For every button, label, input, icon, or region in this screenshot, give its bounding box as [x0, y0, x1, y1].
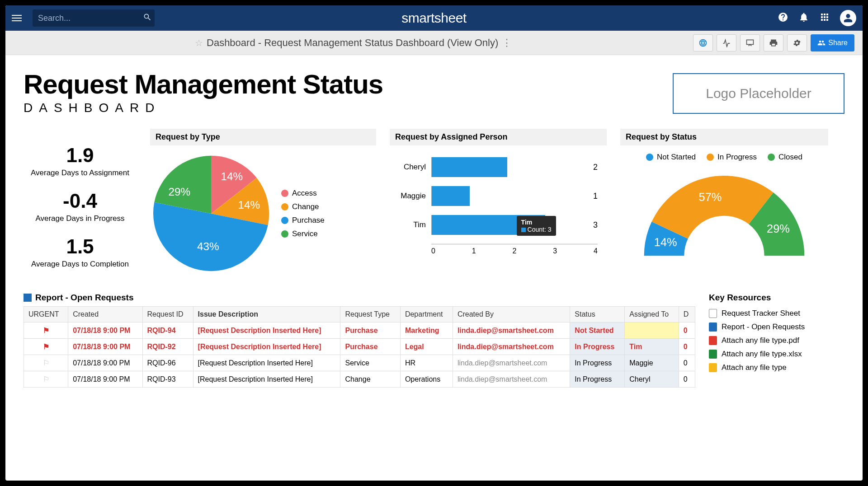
globe-button[interactable] — [693, 34, 713, 51]
table-header[interactable]: URGENT — [24, 307, 68, 322]
report-table: URGENTCreatedRequest IDIssue Description… — [24, 306, 695, 388]
brand-logo: smartsheet — [401, 10, 466, 26]
bar-row: Cheryl2 — [390, 157, 598, 177]
table-row[interactable]: ⚐ 07/18/18 9:00 PMRQID-96[Request Descri… — [24, 355, 695, 371]
svg-text:14%: 14% — [238, 199, 260, 211]
chart-title: Request by Type — [150, 129, 376, 145]
breadcrumb: ☆ Dashboard - Request Management Status … — [195, 37, 512, 49]
chart-title: Request by Status — [620, 129, 828, 145]
toolbar: ☆ Dashboard - Request Management Status … — [5, 31, 863, 55]
share-label: Share — [828, 39, 848, 47]
svg-text:29%: 29% — [168, 186, 190, 198]
page-subtitle: DASHBOARD — [24, 101, 383, 115]
key-resources: Key Resources Request Tracker SheetRepor… — [709, 293, 844, 388]
flag-icon: ⚐ — [43, 375, 49, 383]
resource-item[interactable]: Attach any file type — [709, 363, 844, 372]
search-box[interactable] — [33, 9, 155, 27]
apps-icon[interactable] — [819, 12, 830, 24]
kpi-label: Average Days to Completion — [24, 260, 137, 269]
star-icon[interactable]: ☆ — [195, 37, 203, 48]
table-header[interactable]: Issue Description — [193, 307, 340, 322]
kpi-label: Average Days to Assignment — [24, 168, 137, 178]
file-icon — [709, 336, 717, 345]
svg-text:43%: 43% — [197, 240, 219, 252]
kpi-column: 1.9Average Days to Assignment -0.4Averag… — [24, 129, 137, 275]
svg-text:29%: 29% — [767, 222, 790, 235]
bar-row: Maggie1 — [390, 186, 598, 206]
table-header[interactable]: Request ID — [142, 307, 193, 322]
svg-text:14%: 14% — [654, 236, 677, 248]
chart-request-by-person: Request by Assigned Person Cheryl2Maggie… — [390, 129, 607, 275]
semi-donut-chart: 14%57%29% — [638, 169, 810, 268]
avatar[interactable] — [840, 10, 856, 26]
page-title: Request Management Status — [24, 69, 383, 100]
report-open-requests: Report - Open Requests URGENTCreatedRequ… — [24, 293, 695, 388]
x-axis: 01234 — [431, 244, 598, 255]
bar-row: TimTimCount: 33 — [390, 215, 598, 235]
table-header[interactable]: Status — [570, 307, 625, 322]
flag-icon: ⚑ — [43, 327, 49, 334]
table-row[interactable]: ⚑ 07/18/18 9:00 PMRQID-92[Request Descri… — [24, 339, 695, 355]
kpi-label: Average Days in Progress — [24, 214, 137, 223]
kpi-value: -0.4 — [24, 190, 137, 212]
menu-icon[interactable] — [12, 12, 24, 24]
resource-item[interactable]: Request Tracker Sheet — [709, 309, 844, 318]
search-input[interactable] — [38, 14, 143, 23]
activity-button[interactable] — [717, 34, 736, 51]
table-header[interactable]: Created By — [453, 307, 570, 322]
logo-placeholder: Logo Placeholder — [673, 73, 844, 114]
svg-text:14%: 14% — [221, 170, 243, 182]
report-icon — [24, 294, 32, 302]
table-header[interactable]: Assigned To — [625, 307, 679, 322]
chart-request-by-type: Request by Type 14% 14% 43% 29% — [150, 129, 376, 275]
chart-tooltip: TimCount: 3 — [517, 216, 556, 236]
file-icon — [709, 309, 717, 318]
kebab-icon[interactable]: ⋮ — [502, 37, 512, 49]
table-header[interactable]: D — [679, 307, 695, 322]
pie-chart: 14% 14% 43% 29% — [150, 153, 272, 275]
print-button[interactable] — [764, 34, 783, 51]
settings-button[interactable] — [787, 34, 807, 51]
resources-title: Key Resources — [709, 293, 844, 303]
table-header[interactable]: Department — [400, 307, 453, 322]
top-bar: smartsheet — [5, 5, 863, 31]
chart-request-by-status: Request by Status Not Started In Progres… — [620, 129, 828, 275]
help-icon[interactable] — [778, 12, 788, 24]
chart-title: Request by Assigned Person — [390, 129, 607, 145]
donut-legend: Not Started In Progress Closed — [620, 153, 828, 162]
svg-text:57%: 57% — [699, 191, 722, 203]
bell-icon[interactable] — [798, 12, 809, 24]
search-icon[interactable] — [143, 13, 152, 23]
table-row[interactable]: ⚑ 07/18/18 9:00 PMRQID-94[Request Descri… — [24, 322, 695, 339]
table-header[interactable]: Request Type — [340, 307, 400, 322]
pie-legend: Access Change Purchase Service — [281, 189, 325, 238]
file-icon — [709, 350, 717, 359]
breadcrumb-title: Dashboard - Request Management Status Da… — [207, 37, 498, 49]
table-row[interactable]: ⚐ 07/18/18 9:00 PMRQID-93[Request Descri… — [24, 371, 695, 388]
flag-icon: ⚑ — [43, 343, 49, 350]
resource-item[interactable]: Attach any file type.pdf — [709, 336, 844, 345]
kpi-value: 1.5 — [24, 235, 137, 258]
kpi-value: 1.9 — [24, 144, 137, 167]
file-icon — [709, 322, 717, 332]
present-button[interactable] — [740, 34, 760, 51]
share-button[interactable]: Share — [811, 34, 854, 51]
resource-item[interactable]: Attach any file type.xlsx — [709, 350, 844, 359]
file-icon — [709, 363, 717, 372]
table-header[interactable]: Created — [68, 307, 142, 322]
resource-item[interactable]: Report - Open Requests — [709, 322, 844, 332]
flag-icon: ⚐ — [43, 359, 49, 367]
